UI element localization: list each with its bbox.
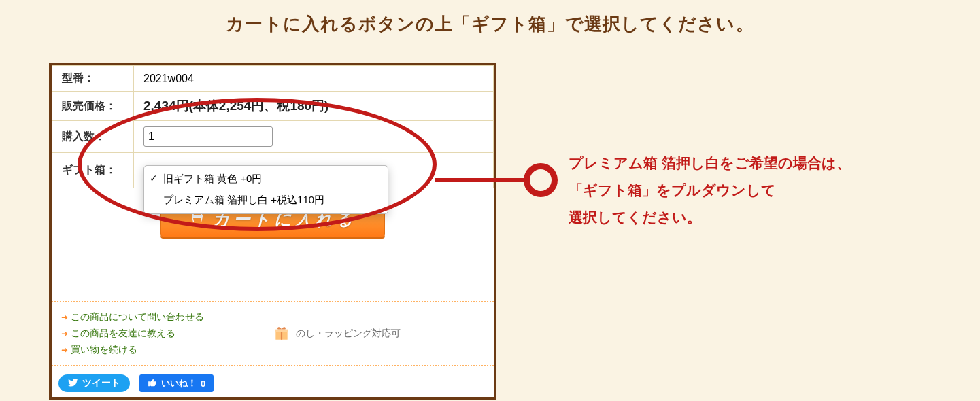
wrapping-label: のし・ラッピング対応可 — [296, 328, 401, 340]
annotation-line-2: 「ギフト箱」をプルダウンして — [569, 177, 851, 204]
links-area: この商品について問い合わせる この商品を友達に教える 買い物を続ける のし・ラッ… — [52, 301, 494, 366]
tweet-label: ツイート — [82, 377, 120, 389]
svg-rect-1 — [281, 331, 282, 339]
link-tell-friend[interactable]: この商品を友達に教える — [61, 326, 273, 342]
annotation-connector — [435, 178, 525, 182]
qty-cell — [134, 121, 494, 153]
model-value: 2021w004 — [134, 66, 494, 92]
price-value: 2,434円(本体2,254円、税180円) — [134, 92, 494, 121]
qty-label: 購入数： — [52, 121, 134, 153]
table-row: ギフト箱： 旧ギフト箱 黄色 +0円 プレミアム箱 箔押し白 +税込110円 — [52, 153, 494, 188]
giftbox-dropdown[interactable]: 旧ギフト箱 黄色 +0円 プレミアム箱 箔押し白 +税込110円 — [143, 165, 388, 214]
annotation-note: プレミアム箱 箔押し白をご希望の場合は、 「ギフト箱」をプルダウンして 選択して… — [569, 150, 851, 231]
giftbox-option-1[interactable]: 旧ギフト箱 黄色 +0円 — [144, 169, 388, 190]
table-row: 販売価格： 2,434円(本体2,254円、税180円) — [52, 92, 494, 121]
giftbox-label: ギフト箱： — [52, 153, 134, 188]
quantity-input[interactable] — [143, 126, 273, 147]
annotation-ring — [524, 163, 558, 197]
tweet-button[interactable]: ツイート — [58, 374, 130, 392]
thumbs-up-icon — [148, 378, 157, 389]
annotation-line-3: 選択してください。 — [569, 204, 851, 231]
like-count: 0 — [201, 379, 205, 389]
annotation-line-1: プレミアム箱 箔押し白をご希望の場合は、 — [569, 150, 851, 177]
like-button[interactable]: いいね！ 0 — [139, 374, 214, 392]
giftbox-cell: 旧ギフト箱 黄色 +0円 プレミアム箱 箔押し白 +税込110円 — [134, 153, 494, 188]
link-inquire[interactable]: この商品について問い合わせる — [61, 309, 273, 326]
like-label: いいね！ — [161, 377, 197, 389]
link-continue-shopping[interactable]: 買い物を続ける — [61, 342, 273, 358]
gift-icon — [273, 324, 290, 344]
svg-rect-2 — [275, 329, 288, 332]
product-table: 型番： 2021w004 販売価格： 2,434円(本体2,254円、税180円… — [52, 65, 494, 188]
price-label: 販売価格： — [52, 92, 134, 121]
table-row: 購入数： — [52, 121, 494, 153]
social-row: ツイート いいね！ 0 — [52, 366, 494, 392]
giftbox-option-2[interactable]: プレミアム箱 箔押し白 +税込110円 — [144, 190, 388, 211]
product-panel: 型番： 2021w004 販売価格： 2,434円(本体2,254円、税180円… — [49, 63, 496, 400]
model-label: 型番： — [52, 66, 134, 92]
page-title: カートに入れるボタンの上「ギフト箱」で選択してください。 — [0, 12, 980, 36]
twitter-icon — [68, 377, 78, 389]
table-row: 型番： 2021w004 — [52, 66, 494, 92]
